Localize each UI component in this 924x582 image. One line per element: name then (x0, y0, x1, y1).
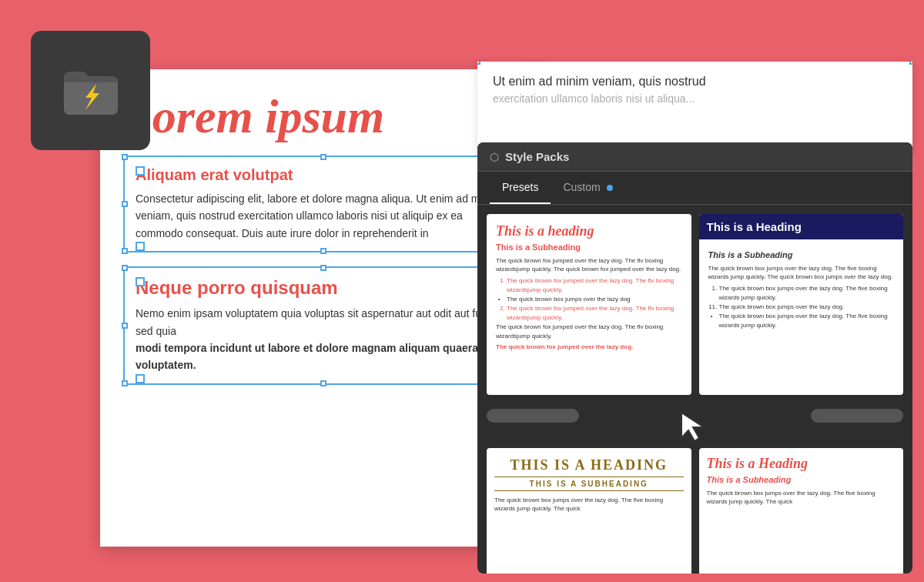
card1-list: The quick brown fox jumped over the lazy… (496, 276, 682, 295)
style-panel: ⬡ Style Packs Presets Custom This is a h… (477, 142, 912, 574)
card4-body: The quick brown box jumps over the lazy … (699, 489, 904, 506)
handle-tm (320, 154, 326, 160)
card2-list-item-1: The quick brown box jumps over the lazy … (719, 284, 895, 303)
card1-bullet-item: The quick brown box jumps over the lazy … (507, 295, 682, 304)
card1-bullet-list: The quick brown box jumps over the lazy … (496, 295, 682, 304)
style-card-grid: This is a heading This is a Subheading T… (477, 205, 912, 404)
tab-presets[interactable]: Presets (490, 172, 551, 204)
card2-list-item-2: The quick brown box jumps over the lazy … (719, 303, 895, 312)
doc-section2-body: Nemo enim ipsam voluptatem quia voluptas… (136, 305, 511, 374)
app-icon (31, 31, 150, 150)
card1-subheading: This is a Subheading (496, 242, 682, 252)
card1-list-item-2: The quick brown fox jumped over the lazy… (507, 304, 682, 323)
partial-document: Ut enim ad minim veniam, quis nostrud ex… (477, 62, 912, 154)
doc-section1-box: Aliquam erat volutpat Consectetur adipis… (123, 156, 524, 253)
partial-doc-text2: exercitation ullamco laboris nisi ut ali… (493, 91, 897, 107)
card2-heading-box: This is a Heading (699, 214, 904, 239)
card1-list-item-1: The quick brown fox jumped over the lazy… (507, 276, 682, 295)
partial-doc-text: Ut enim ad minim veniam, quis nostrud (493, 72, 897, 91)
card2-subheading: This is a Subheading (708, 250, 895, 259)
doc-title: Lorem ipsum (123, 92, 524, 140)
card1-list2: The quick brown fox jumped over the lazy… (496, 304, 682, 323)
handle-bl2 (122, 380, 128, 386)
card1-body2: The quick brown fox jumped over the lazy… (496, 323, 682, 340)
card2-body: The quick brown box jumps over the lazy … (708, 264, 895, 281)
style-panel-header: ⬡ Style Packs (477, 142, 912, 172)
handle-tl (477, 62, 480, 65)
handle-bm2 (320, 380, 326, 386)
style-card-1[interactable]: This is a heading This is a Subheading T… (487, 214, 691, 395)
custom-tab-dot (607, 185, 613, 191)
handle-tm2 (320, 265, 326, 271)
doc-section2-heading: Neque porro quisquam (136, 277, 511, 299)
card1-footer: The quick brown fox jumped over the lazy… (496, 343, 682, 350)
style-card-3[interactable]: THIS IS A HEADING THIS IS A SUBHEADING T… (487, 448, 691, 574)
style-panel-tabs: Presets Custom (477, 172, 912, 205)
app-icon-svg (56, 56, 126, 125)
card2-heading: This is a Heading (707, 220, 896, 233)
card2-list: The quick brown box jumps over the lazy … (708, 284, 895, 312)
style-packs-icon: ⬡ (490, 151, 499, 163)
card4-heading: This is a Heading (699, 448, 904, 475)
card3-subheading: THIS IS A SUBHEADING (494, 477, 684, 491)
style-card-4[interactable]: This is a Heading This is a Subheading T… (699, 448, 904, 574)
handle-bl (122, 248, 128, 254)
card3-body: The quick brown box jumps over the lazy … (487, 496, 691, 513)
handle-tr (909, 62, 912, 65)
doc-section1-body: Consectetur adipiscing elit, labore et d… (136, 190, 511, 242)
card1-heading: This is a heading (496, 223, 682, 239)
cursor-arrow-icon (678, 409, 712, 443)
doc-section2-box: Neque porro quisquam Nemo enim ipsam vol… (123, 266, 524, 385)
nav-pill-right[interactable] (811, 409, 903, 423)
handle-tl (122, 154, 128, 160)
card4-subheading: This is a Subheading (699, 475, 904, 489)
nav-pill-left[interactable] (487, 409, 579, 423)
card3-heading: THIS IS A HEADING (487, 448, 691, 477)
style-panel-title: Style Packs (505, 150, 569, 163)
handle-tl2 (122, 265, 128, 271)
card2-bullet-item: The quick brown box jumps over the lazy … (719, 312, 895, 330)
card1-body: The quick brown fox jumped over the lazy… (496, 256, 682, 273)
style-card-nav (477, 404, 912, 448)
style-bottom-grid: THIS IS A HEADING THIS IS A SUBHEADING T… (477, 448, 912, 574)
style-card-2[interactable]: This is a Heading This is a Subheading T… (699, 214, 904, 395)
card2-bullet-list: The quick brown box jumps over the lazy … (708, 312, 895, 330)
doc-section1-heading: Aliquam erat volutpat (136, 166, 511, 184)
handle-lm (122, 201, 128, 207)
handle-bm (320, 248, 326, 254)
handle-lm2 (122, 323, 128, 329)
tab-custom[interactable]: Custom (551, 172, 624, 204)
